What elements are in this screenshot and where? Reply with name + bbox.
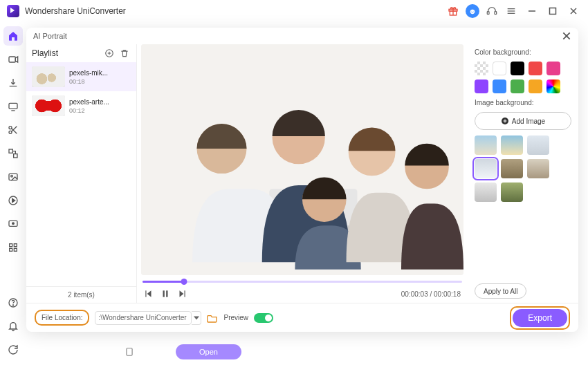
rail-image-icon[interactable] bbox=[3, 167, 23, 187]
prev-button[interactable] bbox=[144, 289, 154, 299]
playlist-column: Playlist pexels-mik... 00:18 pexels-arte… bbox=[26, 44, 137, 303]
ai-portrait-panel: AI Portrait Playlist pexels-mik... 00:18… bbox=[26, 28, 578, 332]
rail-video-icon[interactable] bbox=[3, 50, 23, 69]
swatch-pink[interactable] bbox=[546, 62, 560, 75]
svg-marker-25 bbox=[12, 198, 15, 202]
add-image-button[interactable]: Add Image bbox=[475, 112, 571, 130]
minimize-button[interactable] bbox=[524, 3, 540, 19]
rail-download-icon[interactable] bbox=[3, 73, 23, 93]
color-swatches bbox=[475, 62, 571, 93]
app-logo bbox=[7, 5, 19, 17]
playlist-item[interactable]: pexels-mik... 00:18 bbox=[26, 62, 136, 91]
svg-rect-21 bbox=[14, 154, 17, 158]
svg-marker-49 bbox=[147, 290, 151, 297]
preview-toggle[interactable] bbox=[254, 313, 273, 323]
bg-thumb[interactable] bbox=[501, 159, 523, 178]
file-icon bbox=[125, 347, 134, 357]
playlist-label: Playlist bbox=[32, 48, 100, 58]
bottom-strip: Open bbox=[125, 343, 415, 361]
playlist-item[interactable]: pexels-arte... 00:12 bbox=[26, 91, 136, 120]
add-to-playlist-icon[interactable] bbox=[103, 47, 116, 59]
bg-thumb[interactable] bbox=[501, 182, 523, 202]
close-window-button[interactable] bbox=[566, 3, 581, 19]
swatch-green[interactable] bbox=[511, 79, 524, 93]
gift-icon[interactable] bbox=[445, 3, 461, 19]
svg-rect-4 bbox=[495, 12, 497, 15]
rail-feedback-icon[interactable] bbox=[3, 340, 23, 359]
rail-cut-icon[interactable] bbox=[3, 120, 23, 140]
options-column: Color background: Image background: Add … bbox=[468, 44, 578, 303]
rail-apps-icon[interactable] bbox=[3, 238, 23, 257]
svg-rect-20 bbox=[9, 149, 12, 153]
swatch-rainbow[interactable] bbox=[546, 79, 560, 93]
svg-marker-58 bbox=[194, 316, 199, 319]
playlist-item-duration: 00:12 bbox=[69, 107, 109, 114]
bg-thumb[interactable] bbox=[527, 135, 549, 155]
open-folder-icon[interactable] bbox=[207, 313, 218, 323]
bg-thumb[interactable] bbox=[501, 135, 523, 155]
file-location-dropdown-icon[interactable] bbox=[192, 311, 201, 325]
svg-marker-53 bbox=[180, 290, 184, 297]
image-bg-thumbs bbox=[475, 135, 571, 202]
svg-rect-31 bbox=[14, 248, 17, 251]
swatch-red[interactable] bbox=[529, 62, 542, 75]
file-location-highlight: File Location: bbox=[35, 310, 89, 326]
bg-thumb[interactable] bbox=[475, 182, 497, 202]
pause-button[interactable] bbox=[160, 289, 170, 299]
swatch-blue[interactable] bbox=[493, 79, 506, 93]
swatch-white[interactable] bbox=[493, 62, 506, 75]
playlist-item-duration: 00:18 bbox=[69, 78, 108, 85]
svg-rect-50 bbox=[145, 290, 146, 297]
svg-rect-51 bbox=[163, 290, 165, 297]
swatch-orange[interactable] bbox=[529, 79, 542, 93]
swatch-transparent[interactable] bbox=[475, 62, 488, 75]
next-button[interactable] bbox=[177, 289, 187, 299]
playlist-thumb bbox=[32, 95, 65, 116]
preview-label: Preview bbox=[223, 314, 248, 321]
swatch-purple[interactable] bbox=[475, 79, 488, 93]
rail-tv-icon[interactable] bbox=[3, 97, 23, 116]
svg-rect-28 bbox=[10, 244, 12, 247]
bg-thumb[interactable] bbox=[475, 135, 497, 155]
add-image-label: Add Image bbox=[512, 118, 545, 125]
seek-bar[interactable] bbox=[143, 278, 462, 285]
svg-rect-14 bbox=[9, 103, 17, 109]
svg-rect-9 bbox=[550, 8, 556, 15]
playlist-thumb bbox=[32, 66, 65, 87]
image-bg-label: Image background: bbox=[475, 99, 571, 106]
panel-title: AI Portrait bbox=[33, 32, 67, 40]
export-button[interactable]: Export bbox=[513, 309, 567, 327]
delete-playlist-icon[interactable] bbox=[118, 47, 131, 59]
bg-thumb[interactable] bbox=[527, 159, 549, 178]
file-location-input[interactable] bbox=[95, 311, 192, 325]
rail-audio-icon[interactable] bbox=[3, 191, 23, 210]
svg-rect-29 bbox=[14, 244, 17, 247]
svg-point-23 bbox=[11, 175, 13, 177]
bg-thumb[interactable] bbox=[475, 159, 497, 178]
apply-to-all-button[interactable]: Apply to All bbox=[475, 283, 526, 299]
svg-point-27 bbox=[12, 223, 15, 225]
svg-rect-30 bbox=[10, 248, 12, 251]
playlist-count: 2 item(s) bbox=[26, 286, 136, 303]
rail-record-icon[interactable] bbox=[3, 214, 23, 234]
swatch-black[interactable] bbox=[511, 62, 524, 75]
menu-icon[interactable] bbox=[504, 3, 519, 19]
file-location-field bbox=[95, 311, 201, 325]
svg-marker-13 bbox=[15, 57, 17, 62]
export-highlight: Export bbox=[510, 306, 570, 330]
rail-bell-icon[interactable] bbox=[3, 317, 23, 336]
maximize-button[interactable] bbox=[545, 3, 560, 19]
left-rail bbox=[0, 22, 26, 365]
panel-close-icon[interactable] bbox=[562, 31, 571, 41]
svg-rect-54 bbox=[185, 290, 185, 297]
account-avatar-icon[interactable]: ☻ bbox=[465, 3, 480, 19]
rail-merge-icon[interactable] bbox=[3, 144, 23, 163]
open-button[interactable]: Open bbox=[176, 344, 241, 359]
color-bg-label: Color background: bbox=[475, 48, 571, 56]
svg-rect-34 bbox=[127, 348, 132, 356]
rail-home-icon[interactable] bbox=[3, 26, 23, 46]
svg-rect-52 bbox=[166, 290, 167, 297]
rail-help-icon[interactable] bbox=[3, 293, 23, 312]
support-headset-icon[interactable] bbox=[484, 3, 499, 19]
preview-column: 00:00:03 / 00:00:18 bbox=[137, 44, 468, 303]
